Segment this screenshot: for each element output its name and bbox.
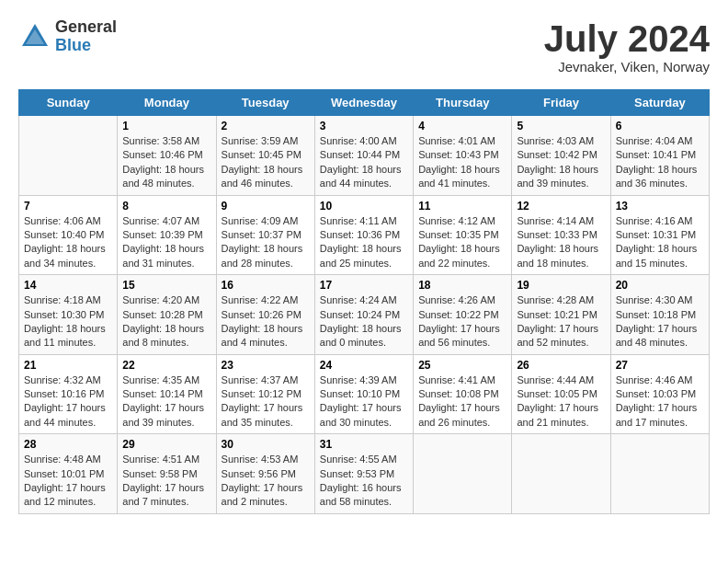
day-info: Sunrise: 4:28 AM Sunset: 10:21 PM Daylig… xyxy=(517,293,605,350)
day-number: 7 xyxy=(24,200,112,213)
day-info: Sunrise: 4:48 AM Sunset: 10:01 PM Daylig… xyxy=(24,453,112,510)
day-number: 27 xyxy=(616,359,704,372)
calendar-cell: 14Sunrise: 4:18 AM Sunset: 10:30 PM Dayl… xyxy=(19,275,118,355)
logo-line2: Blue xyxy=(55,37,117,55)
day-number: 12 xyxy=(517,200,605,213)
day-number: 5 xyxy=(517,120,605,132)
column-header-wednesday: Wednesday xyxy=(314,90,413,116)
day-info: Sunrise: 4:03 AM Sunset: 10:42 PM Daylig… xyxy=(517,134,605,191)
calendar-cell xyxy=(414,434,512,514)
day-number: 23 xyxy=(222,359,310,372)
day-info: Sunrise: 4:18 AM Sunset: 10:30 PM Daylig… xyxy=(24,293,112,350)
logo: General Blue xyxy=(18,18,117,55)
day-number: 18 xyxy=(418,279,506,292)
day-number: 30 xyxy=(222,438,310,451)
day-info: Sunrise: 4:04 AM Sunset: 10:41 PM Daylig… xyxy=(616,134,704,191)
calendar-cell: 28Sunrise: 4:48 AM Sunset: 10:01 PM Dayl… xyxy=(19,434,118,514)
day-number: 31 xyxy=(320,438,408,451)
week-row-2: 7Sunrise: 4:06 AM Sunset: 10:40 PM Dayli… xyxy=(19,195,710,275)
calendar-cell: 29Sunrise: 4:51 AM Sunset: 9:58 PM Dayli… xyxy=(118,434,216,514)
week-row-4: 21Sunrise: 4:32 AM Sunset: 10:16 PM Dayl… xyxy=(19,354,710,434)
calendar-cell: 30Sunrise: 4:53 AM Sunset: 9:56 PM Dayli… xyxy=(216,434,314,514)
day-info: Sunrise: 4:55 AM Sunset: 9:53 PM Dayligh… xyxy=(320,453,408,510)
calendar-cell: 18Sunrise: 4:26 AM Sunset: 10:22 PM Dayl… xyxy=(414,275,512,355)
column-header-monday: Monday xyxy=(118,90,216,116)
day-info: Sunrise: 4:44 AM Sunset: 10:05 PM Daylig… xyxy=(517,373,605,431)
calendar-cell: 5Sunrise: 4:03 AM Sunset: 10:42 PM Dayli… xyxy=(512,116,610,196)
column-headers: SundayMondayTuesdayWednesdayThursdayFrid… xyxy=(19,90,710,116)
day-info: Sunrise: 3:58 AM Sunset: 10:46 PM Daylig… xyxy=(122,134,210,191)
day-info: Sunrise: 4:26 AM Sunset: 10:22 PM Daylig… xyxy=(418,293,506,350)
calendar-cell: 2Sunrise: 3:59 AM Sunset: 10:45 PM Dayli… xyxy=(216,116,314,196)
day-number: 24 xyxy=(320,359,408,372)
calendar-cell: 8Sunrise: 4:07 AM Sunset: 10:39 PM Dayli… xyxy=(118,195,216,275)
day-info: Sunrise: 4:14 AM Sunset: 10:33 PM Daylig… xyxy=(517,214,605,271)
week-row-3: 14Sunrise: 4:18 AM Sunset: 10:30 PM Dayl… xyxy=(19,275,710,355)
calendar-cell: 25Sunrise: 4:41 AM Sunset: 10:08 PM Dayl… xyxy=(414,354,512,434)
calendar-cell: 26Sunrise: 4:44 AM Sunset: 10:05 PM Dayl… xyxy=(512,354,610,434)
day-info: Sunrise: 4:41 AM Sunset: 10:08 PM Daylig… xyxy=(418,373,506,431)
calendar-cell: 1Sunrise: 3:58 AM Sunset: 10:46 PM Dayli… xyxy=(118,116,216,196)
month-title: July 2024 xyxy=(544,18,710,59)
day-number: 29 xyxy=(122,438,210,451)
calendar-table: SundayMondayTuesdayWednesdayThursdayFrid… xyxy=(18,89,710,514)
calendar-cell: 27Sunrise: 4:46 AM Sunset: 10:03 PM Dayl… xyxy=(610,354,709,434)
day-info: Sunrise: 4:46 AM Sunset: 10:03 PM Daylig… xyxy=(616,373,704,431)
day-number: 22 xyxy=(122,359,210,372)
day-info: Sunrise: 4:24 AM Sunset: 10:24 PM Daylig… xyxy=(320,293,408,350)
calendar-cell: 11Sunrise: 4:12 AM Sunset: 10:35 PM Dayl… xyxy=(414,195,512,275)
day-number: 4 xyxy=(418,120,506,132)
calendar-cell xyxy=(512,434,610,514)
day-info: Sunrise: 4:32 AM Sunset: 10:16 PM Daylig… xyxy=(24,373,112,431)
day-number: 26 xyxy=(517,359,605,372)
day-number: 28 xyxy=(24,438,112,451)
day-number: 8 xyxy=(122,200,210,213)
day-info: Sunrise: 4:00 AM Sunset: 10:44 PM Daylig… xyxy=(320,134,408,191)
day-info: Sunrise: 4:22 AM Sunset: 10:26 PM Daylig… xyxy=(222,293,310,350)
day-number: 13 xyxy=(616,200,704,213)
day-info: Sunrise: 4:09 AM Sunset: 10:37 PM Daylig… xyxy=(222,214,310,271)
logo-line1: General xyxy=(55,18,117,37)
calendar-cell: 4Sunrise: 4:01 AM Sunset: 10:43 PM Dayli… xyxy=(414,116,512,196)
day-info: Sunrise: 4:16 AM Sunset: 10:31 PM Daylig… xyxy=(616,214,704,271)
calendar-cell: 13Sunrise: 4:16 AM Sunset: 10:31 PM Dayl… xyxy=(610,195,709,275)
day-info: Sunrise: 4:35 AM Sunset: 10:14 PM Daylig… xyxy=(122,373,210,431)
week-row-1: 1Sunrise: 3:58 AM Sunset: 10:46 PM Dayli… xyxy=(19,116,710,196)
day-number: 16 xyxy=(222,279,310,292)
day-number: 19 xyxy=(517,279,605,292)
column-header-sunday: Sunday xyxy=(19,90,118,116)
day-number: 21 xyxy=(24,359,112,372)
week-row-5: 28Sunrise: 4:48 AM Sunset: 10:01 PM Dayl… xyxy=(19,434,710,514)
day-info: Sunrise: 4:20 AM Sunset: 10:28 PM Daylig… xyxy=(122,293,210,350)
day-info: Sunrise: 4:12 AM Sunset: 10:35 PM Daylig… xyxy=(418,214,506,271)
column-header-thursday: Thursday xyxy=(414,90,512,116)
day-number: 14 xyxy=(24,279,112,292)
day-info: Sunrise: 4:06 AM Sunset: 10:40 PM Daylig… xyxy=(24,214,112,271)
column-header-saturday: Saturday xyxy=(610,90,709,116)
header: General Blue July 2024 Jevnaker, Viken, … xyxy=(18,18,710,75)
calendar-cell: 22Sunrise: 4:35 AM Sunset: 10:14 PM Dayl… xyxy=(118,354,216,434)
day-number: 1 xyxy=(122,120,210,132)
day-info: Sunrise: 3:59 AM Sunset: 10:45 PM Daylig… xyxy=(222,134,310,191)
calendar-cell xyxy=(19,116,118,196)
location: Jevnaker, Viken, Norway xyxy=(544,59,710,75)
column-header-friday: Friday xyxy=(512,90,610,116)
day-number: 20 xyxy=(616,279,704,292)
calendar-cell: 31Sunrise: 4:55 AM Sunset: 9:53 PM Dayli… xyxy=(314,434,413,514)
day-number: 25 xyxy=(418,359,506,372)
calendar-cell: 12Sunrise: 4:14 AM Sunset: 10:33 PM Dayl… xyxy=(512,195,610,275)
day-number: 3 xyxy=(320,120,408,132)
column-header-tuesday: Tuesday xyxy=(216,90,314,116)
day-number: 9 xyxy=(222,200,310,213)
day-info: Sunrise: 4:37 AM Sunset: 10:12 PM Daylig… xyxy=(222,373,310,431)
day-number: 17 xyxy=(320,279,408,292)
day-info: Sunrise: 4:30 AM Sunset: 10:18 PM Daylig… xyxy=(616,293,704,350)
calendar-cell: 16Sunrise: 4:22 AM Sunset: 10:26 PM Dayl… xyxy=(216,275,314,355)
day-number: 6 xyxy=(616,120,704,132)
day-info: Sunrise: 4:53 AM Sunset: 9:56 PM Dayligh… xyxy=(222,453,310,510)
calendar-cell: 7Sunrise: 4:06 AM Sunset: 10:40 PM Dayli… xyxy=(19,195,118,275)
calendar-cell: 6Sunrise: 4:04 AM Sunset: 10:41 PM Dayli… xyxy=(610,116,709,196)
calendar-cell: 23Sunrise: 4:37 AM Sunset: 10:12 PM Dayl… xyxy=(216,354,314,434)
day-info: Sunrise: 4:51 AM Sunset: 9:58 PM Dayligh… xyxy=(122,453,210,510)
day-number: 10 xyxy=(320,200,408,213)
